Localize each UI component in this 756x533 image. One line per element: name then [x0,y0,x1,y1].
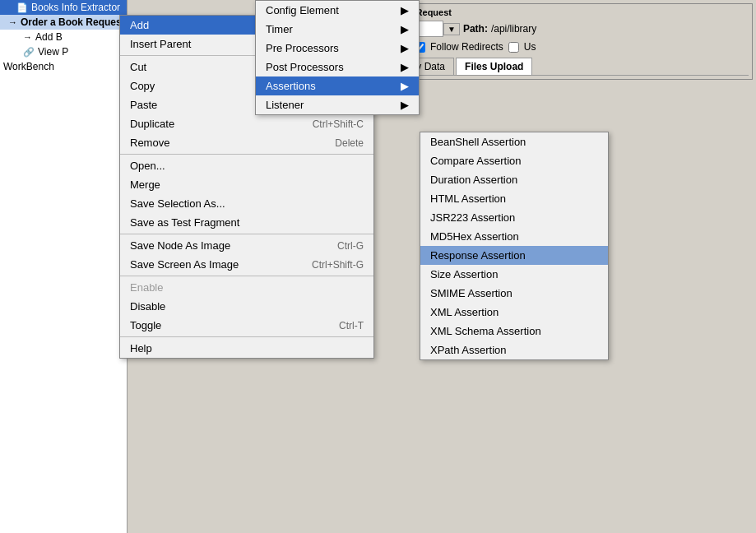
http-panel-border: HTTP Request ▼ Path: /api/library cally … [386,3,753,80]
menu-add-label: Add [130,19,149,31]
addb-icon: → [23,32,32,42]
sub-add-post-arrow: ▶ [401,61,409,73]
submenu-assertions-smime[interactable]: SMIME Assertion [420,284,608,303]
submenu-add-pre-processors[interactable]: Pre Processors ▶ [256,39,419,58]
tab-files-upload[interactable]: Files Upload [456,58,532,75]
submenu-assertions-duration[interactable]: Duration Assertion [420,170,608,189]
assert-xml-label: XML Assertion [430,306,499,318]
submenu-add-config-element[interactable]: Config Element ▶ [256,1,419,20]
sub-add-listener-arrow: ▶ [401,99,409,111]
http-row-path: ▼ Path: /api/library [390,21,749,37]
sub-add-timer-arrow: ▶ [401,23,409,35]
tree-panel: 📄 Books Info Extractor → Order a Book Re… [0,0,128,533]
menu-toggle-shortcut: Ctrl-T [339,320,364,331]
divider-4 [120,276,373,276]
menu-toggle-label: Toggle [130,319,161,331]
order-icon: → [8,17,17,27]
books-icon: 📄 [16,2,28,13]
menu-item-help[interactable]: Help [120,339,373,358]
assert-compare-label: Compare Assertion [430,155,522,167]
menu-remove-shortcut: Delete [335,137,364,149]
menu-paste-label: Paste [130,99,157,111]
menu-remove-label: Remove [130,137,169,149]
follow-redirects-label: Follow Redirects [430,41,503,53]
submenu-assertions: BeanShell Assertion Compare Assertion Du… [420,132,609,360]
menu-insert-parent-label: Insert Parent [130,38,191,50]
sub-add-post-label: Post Processors [266,61,344,73]
tree-item-books-info[interactable]: 📄 Books Info Extractor [0,0,127,15]
menu-item-save-selection[interactable]: Save Selection As... [120,194,373,213]
http-tabs-row: Body Data Files Upload [390,58,749,76]
submenu-assertions-response[interactable]: Response Assertion [420,246,608,265]
menu-save-node-shortcut: Ctrl-G [337,240,364,252]
menu-item-toggle[interactable]: Toggle Ctrl-T [120,316,373,335]
submenu-add-timer[interactable]: Timer ▶ [256,20,419,39]
menu-item-save-fragment[interactable]: Save as Test Fragment [120,213,373,232]
http-path-value: /api/library [491,23,536,35]
menu-save-frag-label: Save as Test Fragment [130,216,239,229]
tree-item-add-b[interactable]: → Add B [0,30,127,44]
submenu-add-listener[interactable]: Listener ▶ [256,95,419,114]
menu-enable-label: Enable [130,281,163,294]
menu-disable-label: Disable [130,300,165,313]
menu-item-enable: Enable [120,278,373,297]
submenu-assertions-jsr223[interactable]: JSR223 Assertion [420,208,608,227]
menu-item-open[interactable]: Open... [120,156,373,175]
submenu-assertions-xml-schema[interactable]: XML Schema Assertion [420,322,608,341]
submenu-assertions-xpath[interactable]: XPath Assertion [420,341,608,359]
menu-save-screen-label: Save Screen As Image [130,258,239,271]
submenu-assertions-xml[interactable]: XML Assertion [420,303,608,322]
divider-3 [120,234,373,234]
use-checkbox[interactable] [508,42,519,53]
menu-help-label: Help [130,342,152,355]
viewp-icon: 🔗 [23,47,35,58]
assert-smime-label: SMIME Assertion [430,287,513,299]
menu-item-disable[interactable]: Disable [120,297,373,316]
sub-add-pre-label: Pre Processors [266,42,339,54]
menu-copy-label: Copy [130,80,155,92]
divider-2 [120,154,373,155]
submenu-add-assertions[interactable]: Assertions ▶ [256,76,419,95]
menu-item-save-screen-image[interactable]: Save Screen As Image Ctrl+Shift-G [120,255,373,274]
sub-add-pre-arrow: ▶ [401,42,409,54]
sub-add-timer-label: Timer [266,23,293,35]
submenu-assertions-size[interactable]: Size Assertion [420,265,608,284]
submenu-add-post-processors[interactable]: Post Processors ▶ [256,58,419,76]
sub-add-config-arrow: ▶ [401,4,409,16]
assert-beanshell-label: BeanShell Assertion [430,136,526,148]
assert-xml-schema-label: XML Schema Assertion [430,325,541,337]
menu-save-sel-label: Save Selection As... [130,197,225,210]
sub-add-assertions-arrow: ▶ [401,80,409,92]
tree-item-workbench[interactable]: WorkBench [0,59,127,74]
sub-add-assertions-label: Assertions [266,80,316,92]
menu-open-label: Open... [130,160,165,172]
menu-item-duplicate[interactable]: Duplicate Ctrl+Shift-C [120,114,373,133]
menu-item-save-node-image[interactable]: Save Node As Image Ctrl-G [120,236,373,255]
menu-cut-label: Cut [130,61,146,73]
divider-5 [120,336,373,337]
menu-save-node-label: Save Node As Image [130,239,230,252]
submenu-assertions-beanshell[interactable]: BeanShell Assertion [420,132,608,151]
assert-xpath-label: XPath Assertion [430,344,507,356]
menu-merge-label: Merge [130,178,160,191]
assert-html-label: HTML Assertion [430,192,506,205]
addb-label: Add B [35,31,63,43]
submenu-assertions-compare[interactable]: Compare Assertion [420,151,608,170]
http-method-arrow[interactable]: ▼ [443,23,460,35]
menu-item-remove[interactable]: Remove Delete [120,133,373,152]
menu-duplicate-shortcut: Ctrl+Shift-C [313,118,364,130]
tree-item-view-p[interactable]: 🔗 View P [0,44,127,59]
assert-duration-label: Duration Assertion [430,174,517,186]
submenu-add: Config Element ▶ Timer ▶ Pre Processors … [255,0,420,115]
sub-add-listener-label: Listener [266,99,304,111]
http-path-label: Path: [463,23,488,35]
assert-size-label: Size Assertion [430,268,498,280]
assert-md5hex-label: MD5Hex Assertion [430,230,519,243]
assert-jsr223-label: JSR223 Assertion [430,211,515,224]
assert-response-label: Response Assertion [430,249,526,262]
tree-item-order-book[interactable]: → Order a Book Request [0,15,127,30]
submenu-assertions-html[interactable]: HTML Assertion [420,189,608,208]
menu-item-merge[interactable]: Merge [120,175,373,194]
submenu-assertions-md5hex[interactable]: MD5Hex Assertion [420,227,608,246]
order-label: Order a Book Request [21,16,125,28]
